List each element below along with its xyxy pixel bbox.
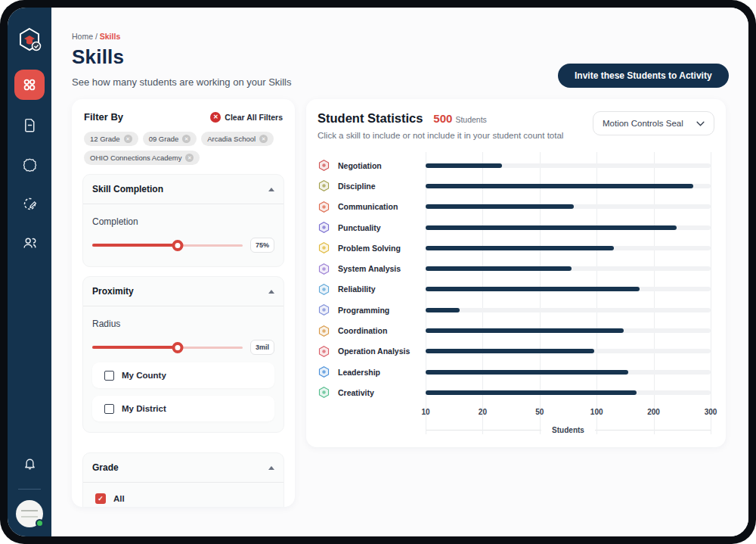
sidebar-item-badges[interactable] (14, 150, 45, 179)
filter-chip[interactable]: 09 Grade✕ (143, 132, 197, 146)
user-avatar[interactable] (16, 500, 43, 527)
avatar-logo (21, 510, 38, 518)
skill-label: Coordination (338, 326, 387, 335)
app-logo-icon (15, 25, 44, 54)
checkbox-label: My District (122, 404, 166, 413)
skill-legend-item[interactable]: Leadership (318, 365, 426, 378)
page-title: Skills (72, 45, 124, 69)
breadcrumb-home[interactable]: Home (72, 32, 93, 41)
skill-bar[interactable] (426, 390, 637, 395)
skill-legend-item[interactable]: Reliability (318, 283, 426, 296)
grade-header[interactable]: Grade (83, 453, 284, 483)
chart-row: Punctuality (318, 217, 714, 238)
filter-chip[interactable]: OHIO Connections Academy✕ (84, 151, 200, 165)
completion-slider-label: Completion (92, 216, 274, 227)
grade-title: Grade (92, 462, 119, 473)
skill-completion-section: Skill Completion Completion 75% (82, 174, 284, 267)
chart-row: Operation Analysis (318, 341, 714, 362)
checkbox-unchecked[interactable] (104, 404, 114, 414)
clear-all-label: Clear All Filters (225, 113, 283, 122)
skill-hexagon-icon (318, 263, 330, 275)
proximity-header[interactable]: Proximity (83, 277, 284, 306)
skill-legend-item[interactable]: Problem Solving (318, 241, 426, 254)
sidebar (8, 8, 51, 536)
bar-area (426, 246, 711, 250)
sidebar-item-dashboard[interactable] (14, 70, 45, 100)
axis-tick-label: 300 (705, 408, 717, 416)
chip-remove-icon[interactable]: ✕ (259, 135, 268, 143)
skill-legend-item[interactable]: Negotiation (318, 159, 426, 172)
breadcrumb-separator: / (95, 32, 98, 41)
checkbox-unchecked[interactable] (104, 371, 114, 381)
axis-tick-label: 20 (479, 408, 487, 416)
skill-bar[interactable] (426, 266, 572, 271)
proximity-title: Proximity (92, 286, 134, 297)
sidebar-item-documents[interactable] (14, 110, 45, 139)
axis-tick-label: 10 (421, 408, 429, 416)
skill-legend-item[interactable]: Programming (318, 303, 426, 316)
completion-value-badge: 75% (250, 238, 274, 253)
sidebar-bottom (8, 448, 51, 527)
app-screen: Home / Skills Skills See how many studen… (8, 8, 748, 536)
chip-remove-icon[interactable]: ✕ (124, 135, 132, 143)
checkbox-row[interactable]: ✓All (92, 492, 274, 507)
skill-legend-item[interactable]: Coordination (318, 325, 426, 337)
skill-bar[interactable] (426, 204, 574, 209)
chart-row: Discipline (318, 176, 714, 196)
skill-bar[interactable] (426, 246, 614, 250)
completion-slider[interactable] (92, 240, 243, 250)
student-count: 500 (433, 112, 452, 125)
skill-label: Negotiation (338, 161, 382, 170)
collapse-caret-icon (268, 290, 274, 294)
skill-bar[interactable] (426, 287, 640, 291)
completion-slider-handle[interactable] (172, 240, 184, 251)
chip-remove-icon[interactable]: ✕ (182, 135, 191, 143)
student-count-unit: Students (455, 115, 486, 124)
bar-area (426, 163, 711, 168)
skill-legend-item[interactable]: Communication (318, 201, 426, 213)
skill-bar[interactable] (426, 308, 460, 312)
checkbox-checked[interactable]: ✓ (95, 493, 106, 504)
bar-track (426, 308, 711, 312)
skill-hexagon-icon (318, 159, 330, 172)
app-logo[interactable] (14, 24, 45, 54)
radius-slider[interactable] (92, 342, 243, 353)
skill-legend-item[interactable]: Punctuality (318, 221, 426, 234)
skill-legend-item[interactable]: System Analysis (318, 263, 426, 275)
skill-legend-item[interactable]: Discipline (318, 179, 426, 192)
filter-chip-label: Arcadia School (207, 135, 256, 143)
skill-legend-item[interactable]: Creativity (318, 386, 426, 399)
clear-all-filters-button[interactable]: ✕ Clear All Filters (210, 112, 283, 123)
sidebar-item-assignments[interactable] (14, 189, 45, 218)
online-status-dot (36, 519, 44, 527)
sidebar-item-students[interactable] (14, 228, 45, 257)
skill-dropdown-value: Motion Controls Seal (603, 119, 683, 128)
checkbox-row[interactable]: My District (92, 396, 274, 421)
skill-bar[interactable] (426, 349, 594, 353)
skill-bar[interactable] (426, 328, 624, 333)
filter-panel: Filter By ✕ Clear All Filters 12 Grade✕0… (72, 99, 295, 507)
checkbox-row[interactable]: My County (92, 362, 274, 388)
skill-dropdown[interactable]: Motion Controls Seal (593, 111, 714, 135)
radius-slider-handle[interactable] (172, 342, 184, 353)
skill-bar[interactable] (426, 225, 677, 230)
skill-bar[interactable] (426, 163, 502, 168)
chart-rows: NegotiationDisciplineCommunicationPunctu… (318, 155, 714, 403)
skill-hexagon-icon (318, 386, 330, 399)
chart-row: Problem Solving (318, 238, 714, 258)
bar-area (426, 390, 711, 395)
skill-bar[interactable] (426, 184, 693, 188)
skill-bar[interactable] (426, 370, 628, 375)
chip-remove-icon[interactable]: ✕ (185, 154, 194, 162)
breadcrumb-current: Skills (100, 32, 120, 41)
bell-icon (22, 455, 38, 471)
chart-row: Negotiation (318, 155, 714, 176)
skill-legend-item[interactable]: Operation Analysis (318, 345, 426, 358)
notifications-button[interactable] (14, 448, 45, 478)
bar-area (426, 349, 711, 353)
filter-chip[interactable]: 12 Grade✕ (84, 132, 138, 146)
invite-students-button[interactable]: Invite these Students to Activity (558, 64, 729, 88)
filter-chip[interactable]: Arcadia School✕ (201, 132, 274, 146)
skill-label: Operation Analysis (338, 347, 410, 356)
skill-completion-header[interactable]: Skill Completion (83, 175, 284, 204)
